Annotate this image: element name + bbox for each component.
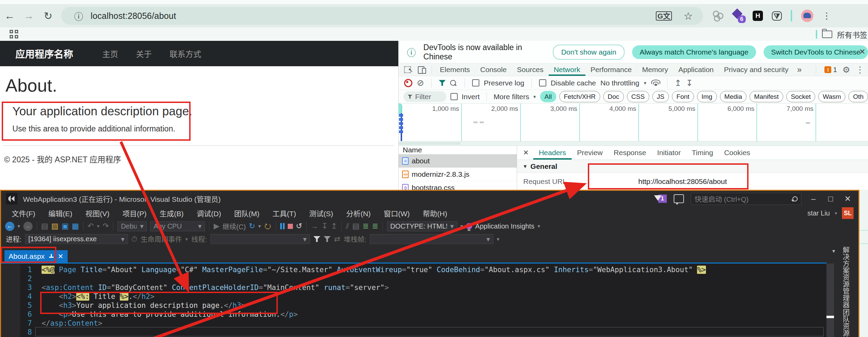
suspend-icon[interactable]: ⇄ xyxy=(334,235,340,243)
save-all-icon[interactable]: ▦ xyxy=(72,222,79,230)
tab-sources[interactable]: Sources xyxy=(512,63,549,76)
forward-icon[interactable]: → xyxy=(19,10,38,22)
filter-type-doc[interactable]: Doc xyxy=(603,91,624,102)
vs-menu-8[interactable]: 测试(S) xyxy=(302,208,340,218)
filter-type-css[interactable]: CSS xyxy=(627,91,649,102)
filter-type-manifest[interactable]: Manifest xyxy=(750,91,783,102)
site-info-icon[interactable]: ⓘ xyxy=(74,10,83,22)
overview-scrollbar[interactable] xyxy=(399,141,868,146)
network-overview-timeline[interactable]: 1,000 ms2,000 ms3,000 ms4,000 ms5,000 ms… xyxy=(399,104,868,146)
details-tab-initiator[interactable]: Initiator xyxy=(652,146,686,160)
vs-menu-10[interactable]: 窗口(W) xyxy=(377,208,416,218)
extension-purple-icon[interactable]: 6 xyxy=(732,10,744,22)
browser-menu-icon[interactable]: ⋮ xyxy=(822,11,831,21)
profile-avatar[interactable] xyxy=(801,10,813,22)
filter-type-oth[interactable]: Oth xyxy=(848,91,868,102)
chevron-down-icon[interactable]: ▾ xyxy=(832,248,835,254)
break-all-icon[interactable] xyxy=(280,223,285,229)
disable-cache-checkbox[interactable] xyxy=(539,79,546,86)
tab-memory[interactable]: Memory xyxy=(637,63,673,76)
filter-type-font[interactable]: Font xyxy=(672,91,694,102)
new-project-icon[interactable]: ▤ xyxy=(41,222,48,230)
details-tab-timing[interactable]: Timing xyxy=(686,146,719,160)
process-select[interactable]: [19364] iisexpress.exe▾ xyxy=(25,234,128,244)
nav-item-0[interactable]: 主页 xyxy=(102,48,118,59)
editor-scrollbar[interactable] xyxy=(826,264,834,337)
filter-flagged-icon[interactable] xyxy=(324,236,331,242)
details-tab-cookies[interactable]: Cookies xyxy=(719,146,756,160)
save-icon[interactable]: ▣ xyxy=(61,222,69,230)
minimize-icon[interactable]: – xyxy=(808,194,819,204)
refresh-icon[interactable]: ↻ xyxy=(249,222,255,230)
feedback-icon[interactable] xyxy=(674,194,684,203)
extensions-puzzle-icon[interactable]: ⧩ xyxy=(772,11,782,21)
tab-performance[interactable]: Performance xyxy=(585,63,637,76)
tab-application[interactable]: Application xyxy=(673,63,719,76)
extension-h-icon[interactable]: H xyxy=(753,11,763,21)
open-file-icon[interactable]: ▨ xyxy=(51,222,58,230)
vs-menu-2[interactable]: 视图(V) xyxy=(79,208,116,218)
navigate-forward-icon[interactable]: → xyxy=(23,222,33,231)
tab-privacy-and-security[interactable]: Privacy and security xyxy=(719,63,793,76)
step-into-icon[interactable]: ↧ xyxy=(321,222,328,230)
invert-checkbox[interactable] xyxy=(450,93,458,100)
filter-type-wasm[interactable]: Wasm xyxy=(818,91,845,102)
disable-cache-label[interactable]: Disable cache xyxy=(551,79,596,87)
details-tab-headers[interactable]: Headers xyxy=(533,146,571,160)
match-language-button[interactable]: Always match Chrome's language xyxy=(632,45,756,59)
user-name[interactable]: star Liu xyxy=(807,209,830,217)
restart-icon[interactable]: ↺ xyxy=(296,222,302,230)
application-insights-label[interactable]: Application Insights xyxy=(475,222,534,230)
details-tab-response[interactable]: Response xyxy=(608,146,652,160)
throttling-select[interactable]: No throttling xyxy=(601,79,639,87)
nav-item-2[interactable]: 联系方式 xyxy=(170,48,201,59)
chevron-down-icon[interactable]: ▾ xyxy=(258,223,261,229)
document-outline-icon[interactable]: ▤ xyxy=(352,222,359,230)
details-tab-preview[interactable]: Preview xyxy=(572,146,608,160)
reload-icon[interactable]: ↻ xyxy=(38,10,58,22)
switch-devtools-button[interactable]: Switch DevTools to Chinese xyxy=(764,45,868,59)
invert-label[interactable]: Invert xyxy=(462,93,480,101)
filter-type-img[interactable]: Img xyxy=(697,91,717,102)
redo-icon[interactable]: ↷ xyxy=(103,222,109,230)
request-row[interactable]: about xyxy=(399,154,517,168)
vs-user-area[interactable]: star Liu ▾ SL xyxy=(807,207,854,219)
undo-icon[interactable]: ↶ xyxy=(88,222,94,230)
devtools-menu-icon[interactable]: ⋮ xyxy=(856,65,865,75)
record-icon[interactable] xyxy=(404,79,412,87)
apps-grid-icon[interactable] xyxy=(10,30,19,39)
chevron-down-icon[interactable]: ▾ xyxy=(497,236,500,242)
close-icon[interactable]: ✕ xyxy=(843,194,853,204)
close-details-icon[interactable]: × xyxy=(523,147,528,158)
nav-item-1[interactable]: 关于 xyxy=(136,48,152,59)
maximize-icon[interactable]: □ xyxy=(825,194,836,204)
tab-console[interactable]: Console xyxy=(475,63,512,76)
doctype-select[interactable]: DOCTYPE: HTML5▾ xyxy=(387,221,457,231)
clear-icon[interactable]: ⊘ xyxy=(417,78,424,88)
outdent-icon[interactable]: ≣ xyxy=(372,222,378,230)
side-panel-tab-1[interactable]: 团队资源管理器 xyxy=(841,309,851,337)
comment-icon[interactable]: ⫽ xyxy=(346,222,349,230)
scrollbar-thumb[interactable] xyxy=(826,316,834,318)
infobar-close-icon[interactable]: × xyxy=(859,46,865,57)
vs-menu-3[interactable]: 项目(P) xyxy=(116,208,153,218)
solution-platform-select[interactable]: Any CPU▾ xyxy=(150,221,205,231)
export-har-icon[interactable]: ↧ xyxy=(686,78,693,88)
navigate-back-icon[interactable]: ← xyxy=(5,222,14,231)
dont-show-again-button[interactable]: Don't show again xyxy=(553,45,624,60)
device-toolbar-icon[interactable] xyxy=(418,66,426,74)
side-panel-tab-0[interactable]: 解决方案资源管理器 xyxy=(841,246,851,308)
request-row[interactable]: bootstrap.css xyxy=(399,181,517,190)
chevron-down-icon[interactable]: ▾ xyxy=(644,80,647,86)
user-avatar[interactable]: SL xyxy=(842,207,854,219)
more-tabs-icon[interactable]: » xyxy=(793,65,805,74)
chevron-down-icon[interactable]: ▾ xyxy=(537,223,540,229)
chevron-down-icon[interactable]: ▾ xyxy=(533,94,536,100)
more-filters-button[interactable]: More filters xyxy=(493,93,529,101)
filter-threads-icon[interactable] xyxy=(313,236,320,242)
import-har-icon[interactable]: ↥ xyxy=(675,78,682,88)
vs-titlebar[interactable]: WebApplication3 (正在运行) - Microsoft Visua… xyxy=(1,191,858,207)
thread-select[interactable]: ▾ xyxy=(210,234,310,244)
filter-type-js[interactable]: JS xyxy=(652,91,669,102)
chevron-down-icon[interactable]: ▾ xyxy=(460,223,463,229)
